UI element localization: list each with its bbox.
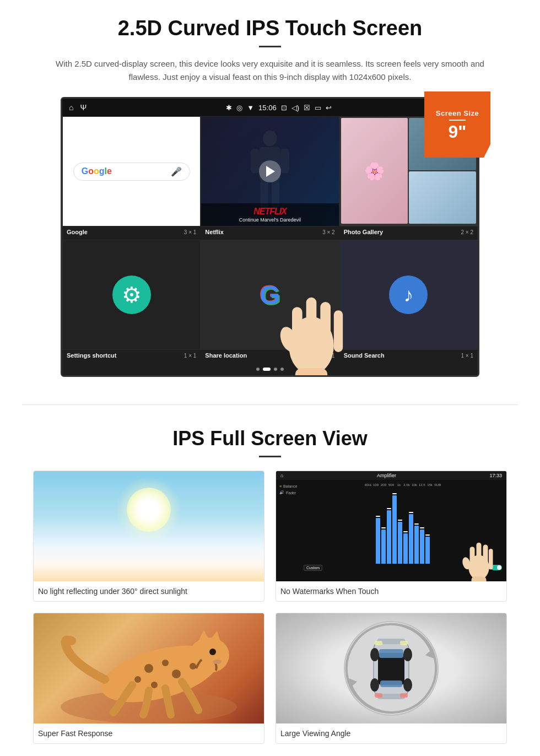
eq-hand-container: [462, 530, 495, 581]
play-triangle: [266, 166, 275, 177]
eq-bar-8: [414, 526, 419, 564]
svg-point-31: [209, 649, 216, 655]
eq-bar-3: [387, 510, 391, 563]
apps-grid-row2: G: [62, 240, 478, 350]
google-grid-size: 3 × 1: [184, 229, 197, 235]
label-netflix: Netflix 3 × 2: [201, 226, 339, 240]
feature-caption-response: Super Fast Response: [34, 723, 264, 743]
hand-svg: [273, 256, 350, 377]
feature-img-car: [276, 613, 506, 723]
svg-point-30: [190, 663, 196, 669]
app-cell-sound[interactable]: ♪: [339, 240, 478, 350]
svg-point-26: [162, 660, 169, 666]
eq-bar-7: [409, 514, 413, 563]
eq-bar-4: [392, 495, 397, 564]
close-icon: ☒: [304, 104, 310, 112]
feature-img-eq: ⌂ Amplifier 17:33 ≡Balance 🔊Fader: [276, 471, 506, 581]
app-cell-netflix[interactable]: NETFLIX Continue Marvel's Daredevil: [201, 116, 339, 226]
apps-grid-row1: Google 🎤: [62, 116, 478, 226]
feature-card-watermark: ⌂ Amplifier 17:33 ≡Balance 🔊Fader: [276, 471, 507, 602]
gallery-grid-size: 2 × 2: [461, 229, 473, 235]
badge-title: Screen Size: [436, 109, 479, 117]
svg-point-32: [213, 660, 222, 664]
svg-marker-24: [209, 631, 220, 642]
settings-grid-size: 1 × 1: [184, 353, 197, 359]
gallery-thumb-3: [409, 171, 476, 224]
svg-point-28: [172, 669, 181, 678]
android-screen: ⌂ Ψ ✱ ◎ ▼ 15:06 ⊡ ◁) ☒ ▭ ↩: [61, 97, 479, 377]
svg-marker-23: [198, 630, 209, 641]
feature-caption-watermark: No Watermarks When Touch: [276, 581, 506, 601]
screen-size-badge: Screen Size 9": [424, 91, 490, 158]
eq-sidebar: ≡Balance 🔊Fader: [278, 482, 300, 577]
home-icon: ⌂: [69, 103, 73, 112]
svg-point-48: [370, 678, 379, 692]
features-grid: No light reflecting under 360° direct su…: [33, 471, 507, 744]
location-icon: ◎: [236, 104, 242, 112]
feature-card-response: Super Fast Response: [33, 613, 264, 744]
app-label-row1: Google 3 × 1 Netflix 3 × 2 Photo Gallery…: [62, 226, 478, 240]
eq-inner: ⌂ Amplifier 17:33 ≡Balance 🔊Fader: [276, 471, 506, 581]
badge-dash: [449, 120, 466, 121]
svg-point-27: [134, 676, 141, 683]
svg-rect-42: [375, 641, 382, 645]
netflix-overlay: NETFLIX Continue Marvel's Daredevil: [201, 203, 338, 226]
label-settings: Settings shortcut 1 × 1: [62, 350, 201, 363]
label-sound: Sound Search 1 × 1: [339, 350, 478, 363]
google-search-bar[interactable]: Google 🎤: [73, 163, 190, 181]
svg-rect-17: [489, 549, 493, 570]
svg-rect-8: [306, 298, 316, 349]
svg-rect-39: [380, 681, 402, 687]
feature-caption-sunlight: No light reflecting under 360° direct su…: [34, 581, 264, 601]
app-cell-settings[interactable]: [62, 240, 201, 350]
wifi-icon: ▼: [247, 104, 254, 112]
section1-description: With 2.5D curved-display screen, this de…: [55, 57, 485, 84]
eq-bar-10: [425, 537, 430, 563]
svg-rect-43: [400, 641, 408, 645]
settings-app-name: Settings shortcut: [67, 352, 116, 359]
sound-grid-size: 1 × 1: [461, 353, 473, 359]
eq-hand-svg: [462, 530, 495, 581]
gallery-app-name: Photo Gallery: [344, 229, 384, 235]
pagination-dots: [62, 363, 478, 375]
share-app-name: Share location: [205, 352, 247, 359]
app-cell-google[interactable]: Google 🎤: [62, 116, 201, 226]
title-underline: [259, 46, 281, 47]
netflix-app-name: Netflix: [205, 229, 224, 235]
svg-point-49: [403, 678, 412, 692]
svg-point-25: [144, 664, 153, 673]
svg-rect-16: [483, 545, 488, 569]
music-note-icon: ♪: [404, 284, 414, 306]
svg-rect-14: [470, 547, 475, 569]
section-divider: [22, 404, 518, 405]
svg-point-29: [151, 682, 158, 688]
dot-2-active: [263, 368, 271, 371]
section2-underline: [259, 456, 281, 457]
psi-icon: Ψ: [80, 103, 87, 112]
feature-caption-angle: Large Viewing Angle: [276, 723, 506, 743]
section-ips: IPS Full Screen View No light reflecting…: [0, 422, 540, 756]
time-display: 15:06: [258, 104, 277, 112]
eq-freq-labels: 60Hz 100 200 500 1k 2.5k 10k 12.5k 15k S…: [301, 482, 504, 488]
section2-title: IPS Full Screen View: [33, 427, 507, 450]
google-logo: Google: [82, 166, 112, 176]
svg-rect-19: [472, 576, 487, 581]
svg-point-46: [370, 648, 379, 661]
netflix-grid-size: 3 × 2: [322, 229, 335, 235]
custom-button[interactable]: Custom: [304, 565, 322, 571]
eq-bar-5: [398, 522, 402, 564]
svg-point-47: [403, 648, 412, 661]
window-icon: ▭: [315, 104, 321, 112]
hand-illustration: [273, 256, 350, 366]
eq-status-bar: ⌂ Amplifier 17:33: [276, 471, 506, 480]
svg-rect-12: [295, 368, 327, 377]
camera-icon: ⊡: [281, 104, 287, 112]
eq-fader: 🔊Fader: [279, 490, 299, 495]
play-button[interactable]: [259, 160, 281, 182]
feature-card-sunlight: No light reflecting under 360° direct su…: [33, 471, 264, 602]
app-cell-share[interactable]: G: [201, 240, 339, 350]
svg-rect-10: [333, 310, 342, 352]
cheetah-svg: [34, 613, 264, 723]
app-label-row2: Settings shortcut 1 × 1 Share location 1…: [62, 350, 478, 363]
eq-home-icon: ⌂: [280, 473, 283, 478]
